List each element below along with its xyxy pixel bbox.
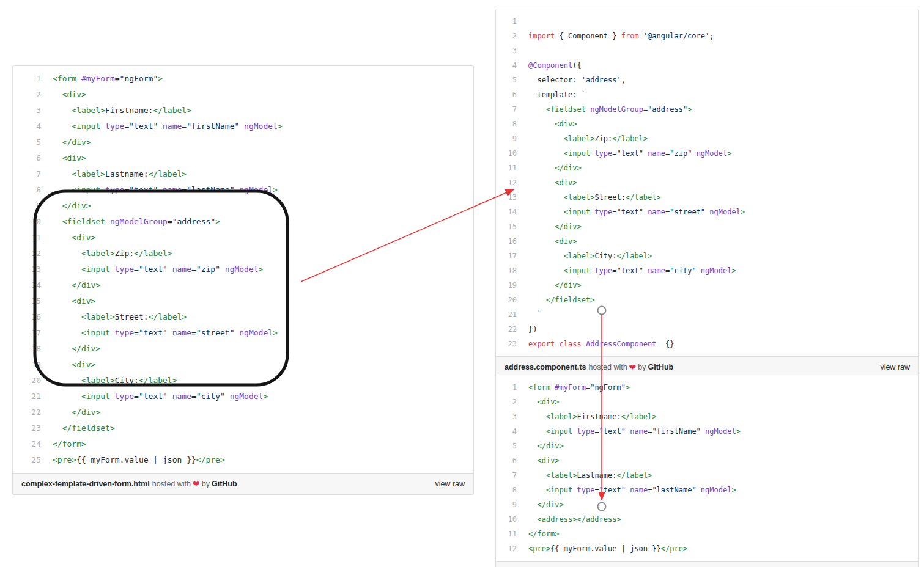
code-line: 6 template: ` bbox=[496, 87, 918, 102]
code-text: <label>Street:</label> bbox=[517, 190, 918, 205]
code-text: <pre>{{ myForm.value | json }}</pre> bbox=[42, 452, 473, 468]
code-area: 1<form #myForm="ngForm">2 <div>3 <label>… bbox=[496, 375, 918, 561]
line-number: 4 bbox=[13, 119, 42, 134]
line-number: 12 bbox=[496, 541, 517, 556]
code-text: <input type="text" name="street" ngModel… bbox=[517, 205, 918, 219]
code-line: 13 <input type="text" name="zip" ngModel… bbox=[13, 262, 473, 277]
hosted-with-text: hosted with bbox=[588, 363, 627, 371]
line-number: 11 bbox=[496, 161, 517, 175]
code-text: }) bbox=[517, 322, 918, 337]
code-line: 2 <div> bbox=[496, 395, 918, 409]
code-text: <input type="text" name="city" ngModel> bbox=[517, 263, 918, 278]
line-number: 8 bbox=[496, 483, 517, 497]
code-line: 14 <input type="text" name="street" ngMo… bbox=[496, 205, 918, 219]
code-text: @Component({ bbox=[517, 58, 918, 73]
code-table: 1<form #myForm="ngForm">2 <div>3 <label>… bbox=[496, 380, 918, 556]
code-text: <div> bbox=[42, 87, 473, 103]
line-number: 22 bbox=[496, 322, 517, 337]
line-number: 3 bbox=[13, 103, 42, 119]
github-link[interactable]: GitHub bbox=[212, 480, 237, 488]
line-number: 12 bbox=[496, 175, 517, 190]
view-raw-link[interactable]: view raw bbox=[435, 480, 465, 488]
line-number: 5 bbox=[496, 73, 517, 87]
line-number: 16 bbox=[13, 309, 42, 325]
gist-file: 1<form #myForm="ngForm">2 <div>3 <label>… bbox=[495, 375, 919, 567]
line-number: 1 bbox=[496, 14, 517, 29]
gist-embed-address-component: 12import { Component } from '@angular/co… bbox=[495, 9, 919, 378]
code-text: <label>City:</label> bbox=[42, 373, 473, 389]
line-number: 7 bbox=[496, 102, 517, 117]
line-number: 2 bbox=[496, 29, 517, 43]
code-text: </div> bbox=[42, 134, 473, 150]
code-text: </form> bbox=[42, 436, 473, 452]
code-line: 5 selector: 'address', bbox=[496, 73, 918, 87]
code-line: 8 <div> bbox=[496, 117, 918, 131]
code-text: <label>Zip:</label> bbox=[517, 131, 918, 146]
code-lines: 1<form #myForm="ngForm">2 <div>3 <label>… bbox=[496, 380, 918, 556]
code-text: <div> bbox=[517, 117, 918, 131]
code-line: 21 ` bbox=[496, 307, 918, 322]
code-text: </fieldset> bbox=[517, 293, 918, 307]
code-text: <pre>{{ myForm.value | json }}</pre> bbox=[517, 541, 918, 556]
line-number: 16 bbox=[496, 234, 517, 249]
code-text: <input type="text" name="zip" ngModel> bbox=[517, 146, 918, 161]
code-line: 23export class AddressComponent {} bbox=[496, 337, 918, 351]
line-number: 7 bbox=[13, 166, 42, 182]
code-line: 14 </div> bbox=[13, 277, 473, 293]
line-number: 11 bbox=[496, 527, 517, 541]
code-line: 5 </div> bbox=[13, 134, 473, 150]
code-line: 9 </div> bbox=[13, 198, 473, 214]
code-line: 1 bbox=[496, 14, 918, 29]
gist-filename-link[interactable]: complex-template-driven-form.html bbox=[21, 480, 150, 488]
code-text: </div> bbox=[42, 341, 473, 357]
code-line: 3 <label>Firstname:</label> bbox=[13, 103, 473, 119]
line-number: 10 bbox=[496, 512, 517, 527]
code-text: ` bbox=[517, 307, 918, 322]
line-number: 3 bbox=[496, 409, 517, 424]
code-line: 22 </div> bbox=[13, 404, 473, 420]
code-table: 12import { Component } from '@angular/co… bbox=[496, 14, 918, 351]
code-text: </div> bbox=[517, 497, 918, 512]
github-link[interactable]: GitHub bbox=[648, 363, 674, 371]
code-line: 16 <label>Street:</label> bbox=[13, 309, 473, 325]
code-line: 10 <fieldset ngModelGroup="address"> bbox=[13, 214, 473, 230]
code-line: 5 </div> bbox=[496, 439, 918, 453]
line-number: 21 bbox=[496, 307, 517, 322]
code-line: 1<form #myForm="ngForm"> bbox=[13, 71, 473, 87]
line-number: 2 bbox=[496, 395, 517, 409]
code-line: 8 <input type="text" name="lastName" ngM… bbox=[496, 483, 918, 497]
line-number: 19 bbox=[496, 278, 517, 293]
line-number: 14 bbox=[13, 277, 42, 293]
code-line: 19 <div> bbox=[13, 357, 473, 373]
line-number: 24 bbox=[13, 436, 42, 452]
code-text: <div> bbox=[517, 175, 918, 190]
code-line: 16 <div> bbox=[496, 234, 918, 249]
line-number: 13 bbox=[13, 262, 42, 277]
code-line: 1<form #myForm="ngForm"> bbox=[496, 380, 918, 395]
code-line: 17 <label>City:</label> bbox=[496, 249, 918, 263]
code-line: 8 <input type="text" name="lastName" ngM… bbox=[13, 182, 473, 198]
code-text: <input type="text" name="lastName" ngMod… bbox=[517, 483, 918, 497]
code-text: <div> bbox=[42, 230, 473, 246]
line-number: 3 bbox=[496, 43, 517, 58]
code-text: import { Component } from '@angular/core… bbox=[517, 29, 918, 43]
code-line: 21 <input type="text" name="city" ngMode… bbox=[13, 389, 473, 404]
code-line: 19 </div> bbox=[496, 278, 918, 293]
line-number: 18 bbox=[496, 263, 517, 278]
by-text: by bbox=[202, 480, 210, 488]
code-line: 11 <div> bbox=[13, 230, 473, 246]
code-text: <div> bbox=[42, 357, 473, 373]
gist-filename-link[interactable]: address.component.ts bbox=[505, 363, 586, 371]
code-line: 24</form> bbox=[13, 436, 473, 452]
code-text: <div> bbox=[517, 395, 918, 409]
line-number: 20 bbox=[13, 373, 42, 389]
line-number: 2 bbox=[13, 87, 42, 103]
line-number: 15 bbox=[496, 219, 517, 234]
view-raw-link[interactable]: view raw bbox=[880, 363, 910, 371]
gist-file: 1<form #myForm="ngForm">2 <div>3 <label>… bbox=[12, 65, 474, 495]
line-number: 10 bbox=[13, 214, 42, 230]
line-number: 1 bbox=[13, 71, 42, 87]
line-number: 6 bbox=[496, 453, 517, 468]
code-text: </div> bbox=[42, 277, 473, 293]
code-line: 6 <div> bbox=[496, 453, 918, 468]
